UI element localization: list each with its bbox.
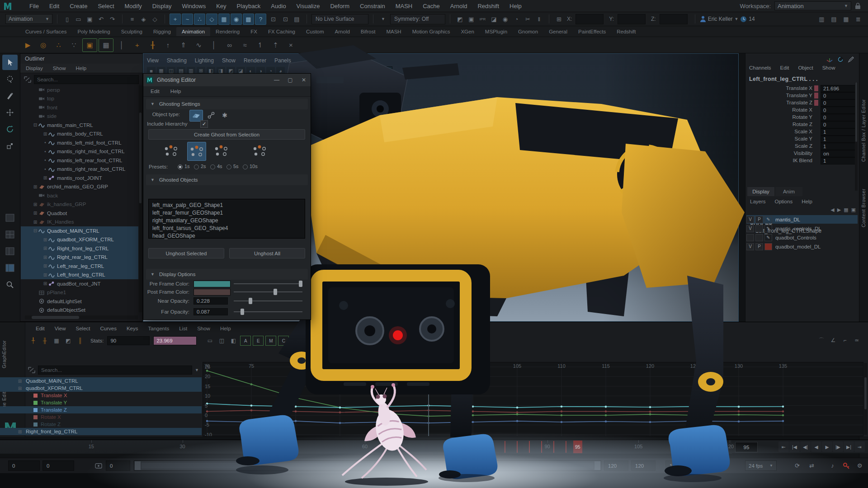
outliner-item-pPlane1[interactable]: pPlane1 [21,288,138,297]
ik-chain-icon[interactable]: ∿ [192,39,206,52]
graph-menu-select[interactable]: Select [76,326,90,331]
dot-keys-icon[interactable]: ∴ [52,39,66,52]
step-forward-key-button[interactable]: ▶| [844,441,854,452]
outliner-item-mantis_left_mid_foot_CTRL[interactable]: •mantis_left_mid_foot_CTRL [21,138,138,147]
chevron-down-icon[interactable]: ▼ [734,17,738,21]
dot-keys2-icon[interactable]: ∵ [67,39,81,52]
ghosting-editor-window[interactable]: Ghosting Editor — ▢ ✕ EditHelp ▼Ghosting… [143,73,311,320]
outliner-item-Quadbot[interactable]: ⊞Quadbot [21,209,138,218]
select-by-object-icon[interactable]: ◈ [138,14,149,24]
shelf-tab-mash[interactable]: MASH [381,27,406,36]
shelf-tab-rendering[interactable]: Rendering [210,27,245,36]
menu-edit[interactable]: Edit [49,3,59,9]
menu-select[interactable]: Select [98,3,114,9]
channel-value[interactable]: on [821,150,856,157]
step-back-key-button[interactable]: |◀ [789,441,800,452]
move-nearest-icon[interactable]: ╀ [28,336,38,345]
graph-tree-rotate-x[interactable]: Rotate X [0,413,202,421]
shelf-tab-msplugin[interactable]: MSPlugin [480,27,513,36]
chevron-down-icon[interactable]: ▼ [378,14,388,24]
outliner-item-side[interactable]: side [21,112,138,121]
object-type-all-icon[interactable]: ✱ [218,110,231,121]
ghosted-object-item[interactable]: right_maxillary_GEOShape [152,217,301,225]
xyz-axis-icon[interactable] [826,56,833,63]
layer-row-mantis_controls_DL[interactable]: V✎mantis_controls_DL [746,224,858,233]
outliner-item-back[interactable]: back [21,191,138,200]
step-forward-frame-button[interactable]: |▶ [833,441,843,452]
graph-shelf-icon[interactable]: ▦ [99,38,113,52]
preset-radio-5s[interactable] [226,164,231,169]
input-output-icon[interactable]: ? [255,14,266,25]
layer-color-swatch[interactable]: ✎ [764,216,772,223]
outliner-item-persp[interactable]: persp [21,85,138,94]
layer-playback-toggle[interactable]: P [755,243,763,250]
expand-toggle[interactable]: ⊞ [17,429,23,434]
expand-toggle[interactable]: ⊞ [42,255,48,260]
shelf-tab-poly-modeling[interactable]: Poly Modeling [72,27,115,36]
graph-tree-translate-x[interactable]: Translate X [0,392,202,399]
snap-point-icon[interactable]: ∴ [194,14,205,25]
outliner-item-mantis_left_rear_foot_CTRL[interactable]: •mantis_left_rear_foot_CTRL [21,156,138,165]
colorspace-select[interactable]: ACES 1.0 SDR-video (sRGB)▼ [313,66,392,75]
ghosting-menu-edit[interactable]: Edit [151,89,160,94]
layer-next-icon[interactable]: ▶ [837,207,841,213]
snap-grid-icon[interactable]: + [170,14,181,25]
graph-tree-translate-z[interactable]: Translate Z [0,406,202,413]
channel-box-menu-show[interactable]: Show [822,65,835,70]
outliner-item-Quadbot_MAIN_CTRL[interactable]: ⊟Quadbot_MAIN_CTRL [21,226,138,235]
channel-value[interactable]: 0 [821,114,856,121]
live-surface-field[interactable]: No Live Surface [311,14,368,24]
outliner-item-defaultLightSet[interactable]: defaultLightSet [21,297,138,306]
paint-select-tool[interactable] [2,88,18,103]
menu-deform[interactable]: Deform [330,3,349,9]
graph-menu-edit[interactable]: Edit [36,326,45,331]
layout-outliner-persp-button[interactable] [2,260,18,276]
outliner-item-mantis_right_rear_foot_CTRL[interactable]: •mantis_right_rear_foot_CTRL [21,165,138,174]
range-handle-right[interactable] [594,461,600,470]
near-opacity-slider[interactable] [234,298,302,304]
user-name[interactable]: Eric Keller [708,16,733,22]
channel-value[interactable]: 1 [821,157,856,164]
playback-end-field[interactable]: 120 [604,460,628,471]
ghost-preset-1-button[interactable] [162,142,180,160]
viewport-menu-panels[interactable]: Panels [274,57,291,64]
channel-value[interactable]: 0 [821,121,856,128]
pencil-icon[interactable] [848,56,854,63]
outliner-item-ik_handles_GRP[interactable]: ⊞ik_handles_GRP [21,200,138,209]
channel-value[interactable]: 1 [821,136,856,143]
play-backward-button[interactable]: ◀ [811,441,821,452]
make-live-icon[interactable]: ▦ [218,14,230,25]
ghosted-objects-list[interactable]: left_max_palp_GEO_Shape1left_rear_femur_… [148,199,305,239]
pre-infinity-icon[interactable]: ∿ [291,336,301,345]
play-forward-button[interactable]: ▶ [822,441,832,452]
outliner-item-Left_rear_leg_CTRL[interactable]: ⊞Left_rear_leg_CTRL [21,262,138,271]
graph-tree-translate-y[interactable]: Translate Y [0,399,202,406]
anim-snapshot-icon[interactable]: ◎ [36,39,50,52]
shelf-tab-animation[interactable]: Animation [176,27,210,36]
ghosted-objects-header[interactable]: ▼Ghosted Objects [146,174,308,185]
light-editor-icon[interactable]: ◔ [511,14,522,24]
chevron-down-icon[interactable]: ▼ [195,368,199,372]
snap-view-icon[interactable]: ◉ [231,14,242,25]
expand-toggle[interactable]: ⊞ [42,263,48,268]
maximize-button[interactable]: ▢ [283,74,297,86]
layer-playback-toggle[interactable]: P [755,216,763,223]
outliner-search-input[interactable] [34,75,139,84]
ghost-preset-2-button[interactable] [187,142,206,161]
layer-row-quadbot_model_DL[interactable]: VPquadbot_model_DL [746,242,858,251]
far-opacity-field[interactable]: 0.087 [193,308,228,315]
preset-radio-1s[interactable] [178,164,183,169]
channel-value[interactable]: 0 [821,107,856,114]
y-input[interactable] [618,14,646,24]
outliner-item-top[interactable]: top [21,94,138,103]
audio-mute-icon[interactable]: ♪ [827,461,838,470]
outliner-item-Right_front_leg_CTRL[interactable]: ⊞Right_front_leg_CTRL [21,244,138,253]
render-settings-icon[interactable]: ◪ [489,14,499,24]
expand-toggle[interactable]: ⊞ [42,131,48,136]
ghosted-object-item[interactable]: left_front_tarsus_GEO_Shape4 [152,225,301,232]
constraint-orient-icon[interactable]: ↿ [253,39,267,52]
graph-menu-help[interactable]: Help [220,326,231,331]
close-button[interactable]: ✕ [297,74,311,86]
outliner-hscrollbar[interactable] [25,315,138,319]
region-tool-icon[interactable]: ◩ [63,336,73,345]
